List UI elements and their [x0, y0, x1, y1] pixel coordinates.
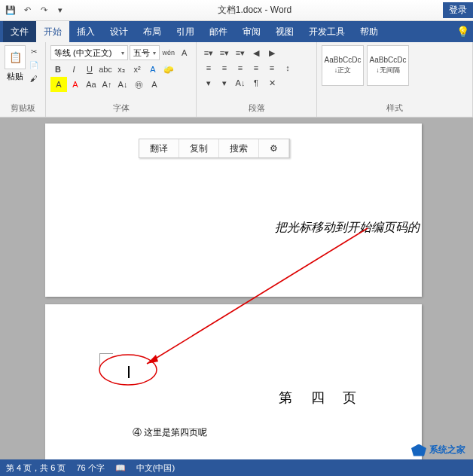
subscript-button[interactable]: x₂ [114, 62, 129, 77]
group-font: 等线 (中文正文) 五号 wén A B I U abc x₂ x² A 🧽 A… [46, 42, 197, 117]
style-nospacing[interactable]: AaBbCcDc ↓无间隔 [367, 45, 409, 86]
ribbon-tabs: 文件 开始 插入 设计 布局 引用 邮件 审阅 视图 开发工具 帮助 💡 [0, 21, 473, 42]
tab-view[interactable]: 视图 [268, 21, 301, 42]
sort-icon[interactable]: A↓ [233, 75, 248, 90]
titlebar: 💾 ↶ ↷ ▾ 文档1.docx - Word 登录 [0, 0, 473, 21]
tab-layout[interactable]: 布局 [136, 21, 169, 42]
mini-settings-icon[interactable]: ⚙ [259, 139, 289, 157]
save-icon[interactable]: 💾 [5, 5, 17, 17]
highlight-icon[interactable]: A [50, 77, 67, 92]
group-clipboard-label: 剪贴板 [5, 101, 41, 114]
mini-toolbar: 翻译 复制 搜索 ⚙ [139, 139, 290, 158]
margin-corner-icon [99, 353, 113, 367]
line-spacing-icon[interactable]: ↕ [280, 60, 295, 75]
tab-design[interactable]: 设计 [102, 21, 136, 42]
italic-button[interactable]: I [66, 62, 81, 77]
window-title: 文档1.docx - Word [66, 4, 443, 17]
status-words[interactable]: 76 个字 [76, 462, 104, 474]
decrease-indent-icon[interactable]: ◀ [249, 45, 264, 60]
font-size-combo[interactable]: 五号 [130, 45, 160, 60]
mini-copy-button[interactable]: 复制 [179, 139, 219, 157]
format-painter-icon[interactable]: 🖌 [27, 72, 41, 84]
tab-developer[interactable]: 开发工具 [301, 21, 352, 42]
tab-home[interactable]: 开始 [36, 21, 69, 42]
group-font-label: 字体 [50, 101, 191, 114]
cut-icon[interactable]: ✂ [27, 45, 41, 57]
qat-dropdown-icon[interactable]: ▾ [54, 5, 66, 17]
undo-icon[interactable]: ↶ [21, 5, 33, 17]
strikethrough-button[interactable]: abc [98, 62, 113, 77]
watermark-logo-icon [411, 444, 426, 456]
group-styles-label: 样式 [322, 101, 468, 114]
tab-references[interactable]: 引用 [169, 21, 202, 42]
show-marks-icon[interactable]: ¶ [249, 75, 264, 90]
snap-icon[interactable]: ✕ [264, 75, 279, 90]
page-body-text: ④ 这里是第四页呢 [133, 426, 207, 439]
underline-button[interactable]: U [82, 62, 97, 77]
tab-insert[interactable]: 插入 [69, 21, 102, 42]
tab-file[interactable]: 文件 [3, 21, 36, 42]
superscript-button[interactable]: x² [130, 62, 145, 77]
align-left-icon[interactable]: ≡ [201, 60, 216, 75]
redo-icon[interactable]: ↷ [38, 5, 50, 17]
statusbar: 第 4 页，共 6 页 76 个字 📖 中文(中国) [0, 459, 473, 476]
multilevel-icon[interactable]: ≡▾ [233, 45, 248, 60]
font-family-combo[interactable]: 等线 (中文正文) [50, 45, 128, 60]
tab-review[interactable]: 审阅 [235, 21, 268, 42]
style-normal[interactable]: AaBbCcDc ↓正文 [322, 45, 364, 86]
paste-button[interactable]: 粘贴 [7, 71, 23, 82]
page-header-text: 第 四 页 [279, 389, 364, 407]
tell-me-icon[interactable]: 💡 [452, 21, 473, 42]
tab-help[interactable]: 帮助 [352, 21, 386, 42]
grow-font-icon[interactable]: A↑ [99, 77, 114, 92]
font-color-icon[interactable]: A [68, 77, 83, 92]
align-center-icon[interactable]: ≡ [217, 60, 232, 75]
ribbon: 📋 粘贴 ✂ 📄 🖌 剪贴板 等线 (中文正文) 五号 wén A B I U [0, 42, 473, 117]
bullets-icon[interactable]: ≡▾ [201, 45, 216, 60]
shrink-font-icon[interactable]: A↓ [115, 77, 130, 92]
page-4[interactable]: 第 四 页 ④ 这里是第四页呢 [45, 304, 422, 459]
borders-icon[interactable]: ▾ [217, 75, 232, 90]
distribute-icon[interactable]: ≡ [264, 60, 279, 75]
quick-access-toolbar: 💾 ↶ ↷ ▾ [0, 5, 66, 17]
status-proofing-icon[interactable]: 📖 [115, 463, 126, 473]
justify-icon[interactable]: ≡ [249, 60, 264, 75]
copy-icon[interactable]: 📄 [27, 59, 41, 71]
phonetic-guide-icon[interactable]: wén [161, 45, 175, 60]
login-button[interactable]: 登录 [443, 2, 473, 18]
status-language[interactable]: 中文(中国) [136, 462, 175, 474]
shading-icon[interactable]: ▾ [201, 75, 216, 90]
align-right-icon[interactable]: ≡ [233, 60, 248, 75]
mini-search-button[interactable]: 搜索 [219, 139, 259, 157]
group-styles: AaBbCcDc ↓正文 AaBbCcDc ↓无间隔 样式 [317, 42, 473, 117]
paste-icon[interactable]: 📋 [5, 45, 26, 69]
char-scaling-icon[interactable]: A [147, 77, 162, 92]
bold-button[interactable]: B [50, 62, 66, 77]
tab-mail[interactable]: 邮件 [202, 21, 235, 42]
group-paragraph: ≡▾ ≡▾ ≡▾ ◀ ▶ ≡ ≡ ≡ ≡ ≡ ↕ ▾ ▾ A↓ ¶ ✕ [197, 42, 317, 117]
char-shading-icon[interactable]: Aa [84, 77, 99, 92]
increase-indent-icon[interactable]: ▶ [264, 45, 279, 60]
watermark-text: 系统之家 [429, 444, 465, 456]
watermark: 系统之家 [411, 444, 465, 456]
document-area[interactable]: 翻译 复制 搜索 ⚙ 把光标移动到开始编页码的 第 四 页 ④ 这里是第四页呢 [0, 117, 473, 459]
group-paragraph-label: 段落 [201, 101, 312, 114]
group-clipboard: 📋 粘贴 ✂ 📄 🖌 剪贴板 [0, 42, 46, 117]
mini-translate-button[interactable]: 翻译 [139, 139, 179, 157]
clear-format-icon[interactable]: 🧽 [161, 62, 176, 77]
text-effects-icon[interactable]: A [145, 62, 160, 77]
status-page[interactable]: 第 4 页，共 6 页 [6, 462, 66, 474]
numbering-icon[interactable]: ≡▾ [217, 45, 232, 60]
page-previous[interactable]: 翻译 复制 搜索 ⚙ 把光标移动到开始编页码的 [45, 124, 422, 297]
text-cursor-icon [128, 366, 130, 378]
enclose-char-icon[interactable]: ㊕ [131, 77, 146, 92]
char-border-icon[interactable]: A [177, 45, 191, 60]
annotation-text: 把光标移动到开始编页码的 [275, 220, 420, 236]
